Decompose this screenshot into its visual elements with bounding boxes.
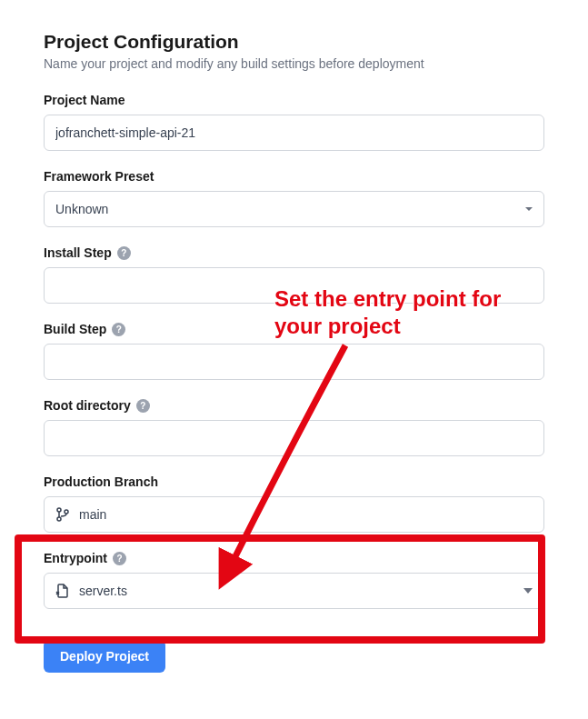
install-step-label: Install Step bbox=[44, 245, 112, 260]
root-directory-input[interactable] bbox=[44, 420, 544, 456]
project-name-label: Project Name bbox=[44, 93, 125, 107]
build-step-label: Build Step bbox=[44, 322, 106, 336]
build-step-input[interactable] bbox=[44, 344, 544, 380]
deploy-project-button[interactable]: Deploy Project bbox=[44, 640, 165, 673]
project-name-input[interactable] bbox=[44, 115, 544, 151]
help-icon[interactable]: ? bbox=[117, 246, 131, 260]
file-icon bbox=[55, 584, 70, 598]
git-branch-icon bbox=[55, 507, 70, 522]
production-branch-value: main bbox=[79, 507, 533, 522]
entrypoint-value: server.ts bbox=[79, 584, 514, 598]
production-branch-input[interactable]: main bbox=[44, 496, 544, 533]
help-icon[interactable]: ? bbox=[113, 552, 126, 565]
page-title: Project Configuration bbox=[44, 31, 544, 53]
root-directory-label: Root directory bbox=[44, 398, 131, 413]
chevron-down-icon bbox=[523, 588, 533, 594]
framework-preset-label: Framework Preset bbox=[44, 169, 154, 184]
entrypoint-label: Entrypoint bbox=[44, 551, 107, 565]
help-icon[interactable]: ? bbox=[136, 399, 150, 413]
help-icon[interactable]: ? bbox=[112, 323, 125, 336]
svg-point-2 bbox=[65, 510, 68, 514]
install-step-input[interactable] bbox=[44, 267, 544, 304]
entrypoint-select[interactable]: server.ts bbox=[44, 573, 544, 609]
svg-point-0 bbox=[57, 508, 61, 512]
page-subtitle: Name your project and modify any build s… bbox=[44, 56, 544, 71]
production-branch-label: Production Branch bbox=[44, 474, 158, 489]
framework-preset-select[interactable]: Unknown bbox=[44, 191, 544, 227]
svg-point-1 bbox=[57, 517, 61, 521]
